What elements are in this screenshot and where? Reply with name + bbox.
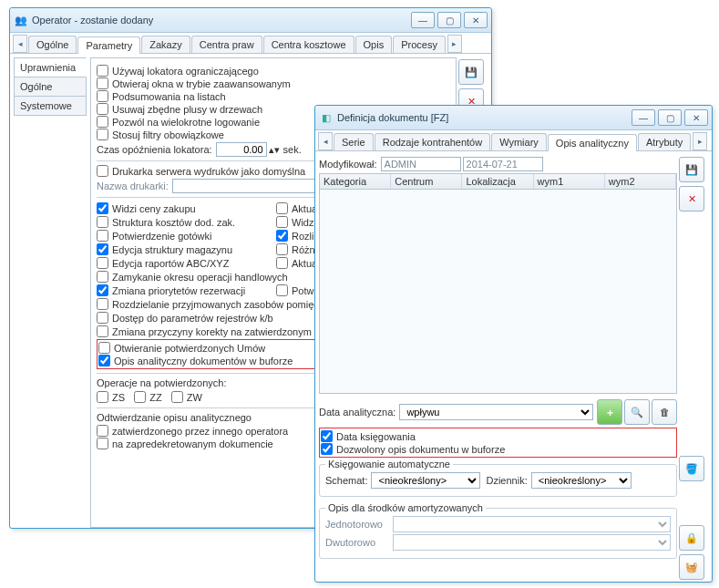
window-title: Operator - zostanie dodany [32,15,411,18]
maximize-button[interactable]: ▢ [437,12,461,18]
close-button[interactable]: ✕ [464,12,488,18]
operator-window: 👥 Operator - zostanie dodany — ▢ ✕ ◂ Ogó… [9,7,492,18]
app-icon: 👥 [14,13,28,18]
minimize-button[interactable]: — [411,12,435,18]
titlebar[interactable]: 👥 Operator - zostanie dodany — ▢ ✕ [10,8,491,18]
